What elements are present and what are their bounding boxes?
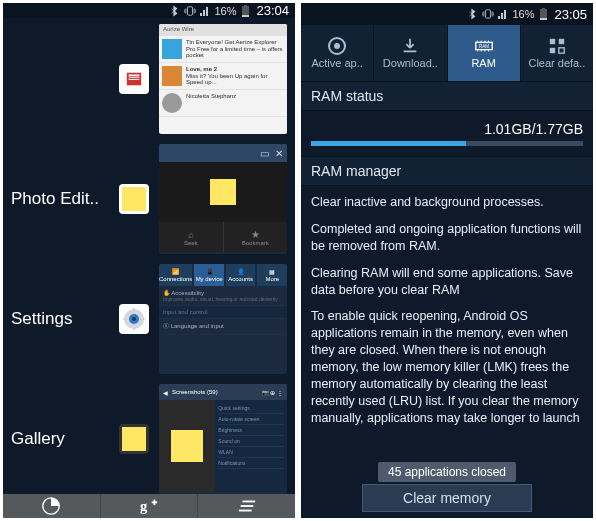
tab-label: RAM (471, 57, 495, 69)
google-icon: g (139, 496, 159, 516)
ram-text-p4: To enable quick reopening, Android OS ap… (311, 308, 583, 426)
photo-editor-icon (119, 184, 149, 214)
active-apps-icon (327, 37, 347, 55)
clear-all-button[interactable] (198, 494, 295, 518)
recent-item-news[interactable]: Aorize Wire Tin Everyone! Get Aerize Exp… (11, 24, 287, 134)
photo-preview (210, 179, 236, 205)
status-icons: 16% 23:05 (467, 7, 587, 22)
recents-list[interactable]: Aorize Wire Tin Everyone! Get Aerize Exp… (3, 18, 295, 494)
recent-label: Settings (11, 309, 109, 329)
tab-label: Clear defa.. (528, 57, 585, 69)
tab-label: Download.. (383, 57, 438, 69)
recent-item-settings[interactable]: Settings 📶Connections 📱My device 👤Accoun… (11, 264, 287, 374)
svg-rect-0 (188, 6, 193, 14)
signal-icon (497, 8, 509, 20)
recent-thumbnail: ◀Screenshots (59)📷 ⊕ ⋮ Quick settings Au… (159, 384, 287, 494)
recent-thumbnail: ▭ ✕ ⌕Seek ★Bookmark (159, 144, 287, 254)
status-time: 23:04 (256, 3, 289, 18)
pie-chart-icon (41, 496, 61, 516)
svg-rect-16 (240, 505, 253, 507)
svg-rect-7 (129, 79, 140, 80)
svg-rect-18 (486, 10, 491, 18)
svg-rect-28 (550, 48, 555, 53)
ram-value: 1.01GB/1.77GB (311, 121, 583, 137)
download-icon (400, 37, 420, 55)
clear-memory-panel: 45 applications closed Clear memory (301, 458, 593, 518)
ram-status-block: 1.01GB/1.77GB (301, 111, 593, 156)
tab-active-apps[interactable]: Active ap.. (301, 25, 374, 81)
recent-label: Gallery (11, 429, 109, 449)
ram-text-p1: Clear inactive and background processes. (311, 194, 583, 211)
clear-defaults-icon (547, 37, 567, 55)
svg-point-10 (132, 317, 136, 321)
ram-manager-header: RAM manager (301, 156, 593, 186)
gallery-preview-icon (171, 430, 203, 462)
status-bar: 16% 23:05 (301, 3, 593, 25)
tab-label: Active ap.. (311, 57, 362, 69)
battery-icon (537, 8, 549, 20)
ram-manager-text: Clear inactive and background processes.… (301, 186, 593, 458)
battery-icon (239, 5, 251, 17)
recent-label: Photo Edit.. (11, 189, 109, 209)
phone-recents: 16% 23:04 Aorize Wire Tin Everyone! Get … (3, 3, 295, 518)
clear-memory-button[interactable]: Clear memory (362, 484, 532, 512)
svg-rect-5 (129, 75, 140, 77)
battery-percent: 16% (512, 8, 534, 20)
vibrate-icon (482, 8, 494, 20)
clear-all-icon (237, 496, 257, 516)
svg-rect-21 (540, 18, 547, 20)
svg-rect-15 (242, 501, 255, 503)
gallery-icon (119, 424, 149, 454)
minimize-icon: ▭ (260, 148, 269, 159)
news-app-icon (119, 64, 149, 94)
phone-ram-manager: 16% 23:05 Active ap.. Download.. RAM RAM… (301, 3, 593, 518)
vibrate-icon (184, 5, 196, 17)
svg-rect-14 (154, 500, 156, 505)
recent-item-photo-editor[interactable]: Photo Edit.. ▭ ✕ ⌕Seek ★Bookmark (11, 144, 287, 254)
svg-point-23 (334, 43, 340, 49)
ram-icon: RAM (474, 37, 494, 55)
status-bar: 16% 23:04 (3, 3, 295, 18)
settings-icon (119, 304, 149, 334)
google-button[interactable]: g (101, 494, 199, 518)
ram-progress-fill (311, 141, 466, 146)
svg-rect-29 (559, 48, 564, 53)
apps-closed-toast: 45 applications closed (378, 462, 516, 482)
ram-progress-bar (311, 141, 583, 146)
bluetooth-icon (169, 5, 181, 17)
battery-percent: 16% (214, 5, 236, 17)
svg-text:RAM: RAM (479, 44, 489, 49)
recent-thumbnail: Aorize Wire Tin Everyone! Get Aerize Exp… (159, 24, 287, 134)
ram-status-header: RAM status (301, 81, 593, 111)
recent-thumbnail: 📶Connections 📱My device 👤Accounts ▦More … (159, 264, 287, 374)
recent-item-gallery[interactable]: Gallery ◀Screenshots (59)📷 ⊕ ⋮ Quick set… (11, 384, 287, 494)
signal-icon (199, 5, 211, 17)
svg-rect-26 (550, 39, 555, 44)
svg-rect-27 (559, 39, 564, 44)
status-time: 23:05 (554, 7, 587, 22)
svg-rect-6 (129, 77, 140, 78)
svg-rect-3 (242, 15, 249, 17)
svg-rect-2 (244, 5, 247, 6)
tab-ram[interactable]: RAM RAM (448, 25, 521, 81)
close-icon: ✕ (275, 148, 283, 159)
status-icons: 16% 23:04 (169, 3, 289, 18)
thumb-titlebar: ▭ ✕ (159, 144, 287, 162)
tab-clear-defaults[interactable]: Clear defa.. (521, 25, 593, 81)
svg-rect-20 (542, 8, 545, 9)
tab-downloaded[interactable]: Download.. (374, 25, 447, 81)
bluetooth-icon (467, 8, 479, 20)
svg-text:g: g (140, 498, 148, 514)
thumb-title: Aorize Wire (159, 24, 287, 36)
task-manager-button[interactable] (3, 494, 101, 518)
ram-text-p2: Completed and ongoing application functi… (311, 221, 583, 255)
tab-bar: Active ap.. Download.. RAM RAM Clear def… (301, 25, 593, 81)
svg-rect-17 (238, 510, 251, 512)
ram-text-p3: Clearing RAM will end some applications.… (311, 265, 583, 299)
recents-bottom-bar: g (3, 494, 295, 518)
